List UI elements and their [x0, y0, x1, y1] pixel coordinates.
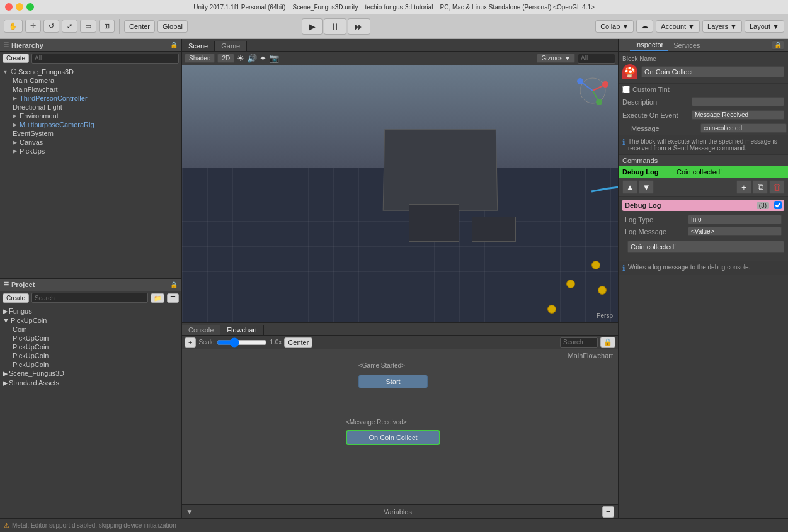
add-command-btn[interactable]: + — [736, 180, 751, 194]
close-button[interactable] — [5, 3, 13, 11]
project-create-btn[interactable]: Create — [3, 293, 29, 303]
variables-btn[interactable]: Variables — [196, 508, 600, 516]
account-button[interactable]: Account ▼ — [656, 20, 700, 33]
up-arrow-btn[interactable]: ▲ — [622, 180, 637, 194]
minimize-button[interactable] — [16, 3, 23, 11]
project-pin[interactable]: 🔒 — [170, 281, 178, 288]
cloud-button[interactable]: ☁ — [636, 20, 653, 33]
hierarchy-item-multipurposecamerarig[interactable]: ▶ MultipurposeCameraRig — [0, 120, 181, 129]
shading-dropdown[interactable]: Shaded — [185, 54, 215, 63]
project-item-fungus[interactable]: ▶ Fungus — [0, 307, 181, 316]
hierarchy-item-maincamera[interactable]: Main Camera — [0, 76, 181, 85]
project-search[interactable] — [31, 293, 148, 303]
project-folder-btn[interactable]: 📁 — [151, 293, 164, 303]
tab-flowchart[interactable]: Flowchart — [220, 325, 264, 335]
eventsystem-label: EventSystem — [13, 130, 54, 137]
play-button[interactable]: ▶ — [302, 18, 323, 35]
flowchart-add-btn[interactable]: + — [185, 337, 196, 348]
project-item-pickupcoin-2[interactable]: PickUpCoin — [0, 342, 181, 351]
hierarchy-toolbar: Create — [0, 52, 181, 65]
project-item-pickupcoin-folder[interactable]: ▼ PickUpCoin — [0, 316, 181, 325]
description-input[interactable] — [692, 97, 784, 106]
layout-button[interactable]: Layout ▼ — [745, 20, 784, 33]
dimension-toggle[interactable]: 2D — [217, 54, 234, 63]
hierarchy-item-directionallight[interactable]: Directional Light — [0, 103, 181, 111]
coin-2 — [566, 280, 575, 288]
traffic-lights — [5, 3, 34, 11]
project-item-scene[interactable]: ▶ Scene_Fungus3D — [0, 369, 181, 378]
rotate-tool[interactable]: ↺ — [43, 20, 59, 33]
scene-name: Scene_Fungus3D — [18, 68, 74, 76]
block-name-input[interactable] — [641, 66, 784, 77]
scene-search-input[interactable] — [578, 54, 615, 64]
delete-command-btn[interactable]: 🗑 — [769, 180, 784, 194]
scene-gizmo[interactable] — [574, 72, 612, 110]
camera-icon[interactable]: 📷 — [269, 54, 279, 63]
hierarchy-item-pickups[interactable]: ▶ PickUps — [0, 147, 181, 156]
debug-section: Debug Log (3) Log Type Info Log Message … — [619, 196, 788, 259]
sep1 — [119, 19, 120, 34]
gizmos-dropdown[interactable]: Gizmos ▼ — [537, 54, 575, 63]
layers-button[interactable]: Layers ▼ — [702, 20, 742, 33]
hierarchy-item-canvas[interactable]: ▶ Canvas — [0, 138, 181, 147]
down-arrow-btn[interactable]: ▼ — [639, 180, 654, 194]
project-item-coin[interactable]: Coin — [0, 325, 181, 334]
tab-inspector[interactable]: Inspector — [630, 40, 668, 51]
debug-info-text: Writes a log message to the debug consol… — [628, 264, 750, 273]
custom-tint-checkbox[interactable] — [622, 86, 630, 93]
flow-node-coincollect[interactable]: On Coin Collect — [346, 430, 440, 445]
tab-services[interactable]: Services — [668, 40, 705, 50]
command-row-debuglog[interactable]: Debug Log Coin collected! — [619, 166, 788, 178]
effects-icon[interactable]: ✦ — [260, 54, 266, 63]
rect-tool[interactable]: ▭ — [80, 20, 96, 33]
maximize-button[interactable] — [26, 3, 34, 11]
center-button[interactable]: Center — [124, 20, 155, 33]
add-variable-btn[interactable]: + — [602, 506, 614, 518]
audio-icon[interactable]: 🔊 — [247, 54, 257, 63]
flow-node-start[interactable]: Start — [358, 375, 428, 388]
execute-event-dropdown[interactable]: Message Received — [692, 110, 784, 120]
move-tool[interactable]: ✛ — [25, 20, 41, 33]
flowchart-search[interactable] — [560, 337, 598, 348]
inspector-header: ☰ Inspector Services 🔒 — [619, 39, 788, 52]
sun-icon[interactable]: ☀ — [237, 54, 244, 63]
tab-console[interactable]: Console — [182, 325, 220, 335]
log-message-dropdown[interactable]: <Value> — [688, 227, 782, 236]
log-type-dropdown[interactable]: Info — [688, 215, 782, 224]
pause-button[interactable]: ⏸ — [324, 18, 346, 35]
message-row: Message — [619, 122, 788, 135]
project-item-standardassets[interactable]: ▶ Standard Assets — [0, 378, 181, 388]
hierarchy-pin[interactable]: 🔒 — [170, 42, 178, 48]
debug-log-enabled[interactable] — [774, 201, 782, 209]
project-list-btn[interactable]: ☰ — [167, 293, 179, 303]
global-button[interactable]: Global — [157, 20, 188, 33]
transform-tool[interactable]: ⊞ — [99, 20, 115, 33]
hierarchy-item-scene[interactable]: ▼ ⬡ Scene_Fungus3D — [0, 67, 181, 76]
hierarchy-create-btn[interactable]: Create — [3, 54, 29, 63]
tab-scene[interactable]: Scene — [182, 41, 215, 51]
scale-slider[interactable] — [217, 337, 267, 348]
hierarchy-item-mainflowchart[interactable]: MainFlowchart — [0, 85, 181, 94]
hierarchy-search[interactable] — [31, 54, 179, 64]
directionallight-label: Directional Light — [13, 103, 62, 111]
flowchart-bottom: ▼ Variables + — [182, 504, 618, 518]
inspector-lock-btn[interactable]: 🔒 — [772, 40, 784, 50]
project-item-pickupcoin-3[interactable]: PickUpCoin — [0, 351, 181, 360]
project-item-pickupcoin-1[interactable]: PickUpCoin — [0, 334, 181, 342]
log-message-input[interactable] — [627, 241, 784, 253]
center-flow-btn[interactable]: Center — [284, 337, 312, 348]
scene-viewport[interactable]: Persp — [182, 65, 618, 322]
flowchart-canvas[interactable]: MainFlowchart <Game Started> Start <Mess… — [182, 349, 618, 504]
flowchart-pin[interactable]: 🔒 — [600, 337, 615, 348]
hierarchy-item-eventsystem[interactable]: EventSystem — [0, 129, 181, 138]
message-input[interactable] — [700, 123, 787, 133]
collab-button[interactable]: Collab ▼ — [595, 20, 634, 33]
hierarchy-item-environment[interactable]: ▶ Environment — [0, 111, 181, 120]
hierarchy-item-thirdpersoncontroller[interactable]: ▶ ThirdPersonController — [0, 94, 181, 103]
project-item-pickupcoin-4[interactable]: PickUpCoin — [0, 360, 181, 369]
copy-command-btn[interactable]: ⧉ — [753, 180, 768, 194]
scale-tool[interactable]: ⤢ — [62, 20, 77, 33]
step-button[interactable]: ⏭ — [348, 18, 370, 35]
hand-tool[interactable]: ✋ — [4, 20, 23, 33]
tab-game[interactable]: Game — [215, 41, 247, 51]
